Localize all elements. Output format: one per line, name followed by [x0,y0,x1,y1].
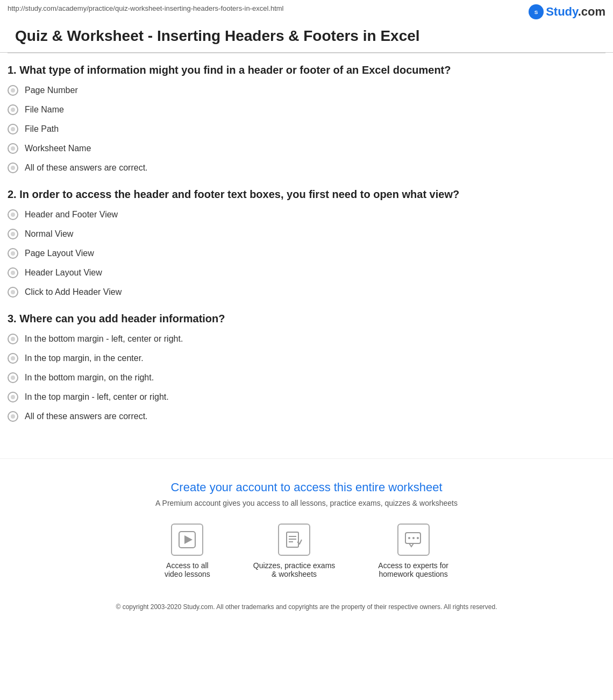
answer-text-2-2: Normal View [25,229,73,239]
svg-marker-3 [184,535,193,544]
radio-3-4[interactable] [8,392,18,402]
answer-1-2[interactable]: File Name [8,104,605,115]
answer-1-3[interactable]: File Path [8,124,605,135]
footer-text: © copyright 2003-2020 Study.com. All oth… [11,595,602,619]
answer-text-3-5: All of these answers are correct. [25,412,148,421]
answer-text-3-4: In the top margin - left, center or righ… [25,392,169,402]
radio-2-4[interactable] [8,267,18,278]
answer-text-1-4: Worksheet Name [25,144,91,153]
radio-2-5[interactable] [8,287,18,298]
answer-text-1-2: File Name [25,105,64,115]
question-2: 2. In order to access the header and foo… [8,188,605,298]
url-bar: http://study.com/academy/practice/quiz-w… [0,0,613,15]
answer-2-3[interactable]: Page Layout View [8,248,605,259]
answer-text-2-4: Header Layout View [25,268,102,278]
answer-text-1-5: All of these answers are correct. [25,163,148,173]
radio-2-3[interactable] [8,248,18,259]
cta-section: Create your account to access this entir… [0,458,613,630]
feature-video-label: Access to allvideo lessons [165,561,210,578]
radio-1-2[interactable] [8,104,18,115]
answer-text-3-1: In the bottom margin - left, center or r… [25,334,183,344]
radio-3-3[interactable] [8,372,18,383]
radio-2-1[interactable] [8,209,18,220]
question-3-title: 3. Where can you add header information? [8,313,605,325]
video-icon [171,524,203,556]
answer-2-4[interactable]: Header Layout View [8,267,605,278]
radio-1-3[interactable] [8,124,18,135]
question-2-title: 2. In order to access the header and foo… [8,188,605,201]
answer-2-1[interactable]: Header and Footer View [8,209,605,220]
quiz-icon [278,524,310,556]
answer-2-5[interactable]: Click to Add Header View [8,287,605,298]
radio-1-1[interactable] [8,85,18,96]
svg-point-9 [408,537,410,539]
answer-text-3-2: In the top margin, in the center. [25,353,144,363]
features-row: Access to allvideo lessons Quizzes, prac… [11,524,602,578]
answer-text-1-3: File Path [25,124,59,134]
radio-3-2[interactable] [8,353,18,364]
answer-3-2[interactable]: In the top margin, in the center. [8,353,605,364]
cta-title: Create your account to access this entir… [11,480,602,494]
answer-3-5[interactable]: All of these answers are correct. [8,411,605,422]
question-1: 1. What type of information might you fi… [8,64,605,173]
answer-text-2-1: Header and Footer View [25,210,118,220]
radio-1-5[interactable] [8,162,18,173]
answer-1-4[interactable]: Worksheet Name [8,143,605,154]
radio-1-4[interactable] [8,143,18,154]
answer-1-1[interactable]: Page Number [8,85,605,96]
answer-2-2[interactable]: Normal View [8,229,605,239]
feature-quizzes-label: Quizzes, practice exams& worksheets [253,561,336,578]
feature-video: Access to allvideo lessons [165,524,210,578]
svg-text:S: S [534,9,538,15]
answer-text-2-3: Page Layout View [25,249,94,258]
answer-3-4[interactable]: In the top margin - left, center or righ… [8,392,605,402]
page-title: Quiz & Worksheet - Inserting Headers & F… [8,21,605,45]
answer-1-5[interactable]: All of these answers are correct. [8,162,605,173]
header-bar: Quiz & Worksheet - Inserting Headers & F… [0,15,613,53]
radio-2-2[interactable] [8,229,18,239]
radio-3-1[interactable] [8,334,18,344]
answer-text-3-3: In the bottom margin, on the right. [25,373,154,383]
svg-point-11 [417,537,419,539]
quiz-content: 1. What type of information might you fi… [0,53,613,448]
feature-experts-label: Access to experts forhomework questions [378,561,448,578]
svg-point-10 [412,537,415,539]
question-1-title: 1. What type of information might you fi… [8,64,605,76]
answer-text-2-5: Click to Add Header View [25,287,122,297]
answer-3-1[interactable]: In the bottom margin - left, center or r… [8,334,605,344]
expert-icon [397,524,430,556]
cta-subtitle: A Premium account gives you access to al… [11,499,602,507]
feature-experts: Access to experts forhomework questions [378,524,448,578]
radio-3-5[interactable] [8,411,18,422]
question-3: 3. Where can you add header information?… [8,313,605,422]
answer-3-3[interactable]: In the bottom margin, on the right. [8,372,605,383]
feature-quizzes: Quizzes, practice exams& worksheets [253,524,336,578]
answer-text-1-1: Page Number [25,86,78,95]
